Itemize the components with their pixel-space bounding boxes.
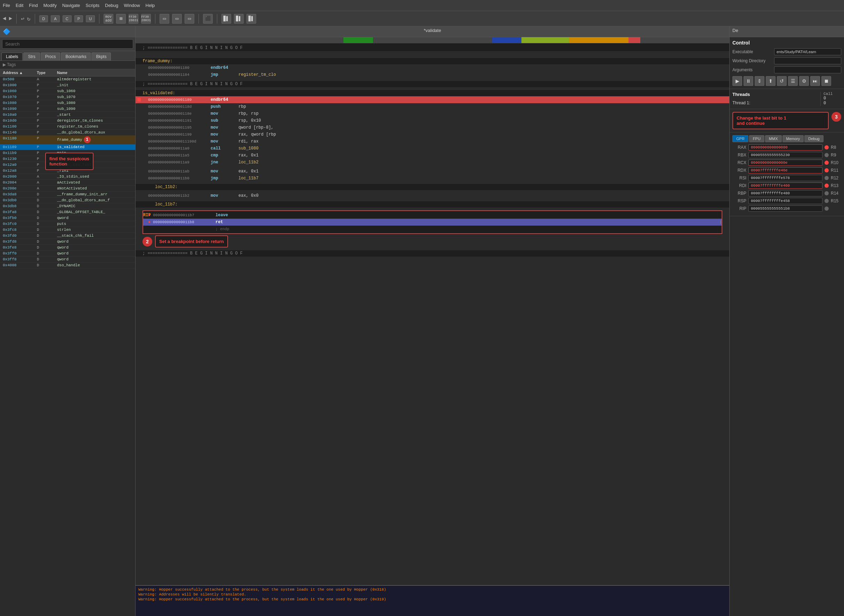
reg-rdx-val[interactable] — [749, 167, 822, 173]
disasm-line-1195[interactable]: 0000000000000001195 mov qword [rbp-8], — [136, 124, 729, 131]
tab-bookmarks[interactable]: Bookmarks — [61, 53, 91, 60]
reg-rbp-val[interactable] — [749, 190, 822, 197]
toolbar-a-btn[interactable]: A — [51, 15, 59, 22]
toolbar-c-btn[interactable]: C — [63, 15, 72, 22]
label-row[interactable]: 0x3fd0 D __stack_chk_fail — [0, 233, 135, 239]
label-row[interactable]: 0x10a0 P _start — [0, 112, 135, 118]
workdir-input[interactable] — [774, 57, 841, 64]
disasm-line-11b2[interactable]: 0000000000000011b2 mov eax, 0x0 — [136, 192, 729, 199]
disasm-line-11b8[interactable]: ● 0000000000000011b8 ret | — [143, 219, 722, 226]
label-row[interactable]: 0x3ff8 D qword — [0, 257, 135, 263]
label-row[interactable]: 0x1070 P sub_1070 — [0, 94, 135, 100]
ctrl-stop[interactable]: ⏹ — [821, 76, 831, 86]
label-row[interactable]: 0x3fc0 D puts — [0, 221, 135, 227]
reg-tab-gpr[interactable]: GPR — [733, 135, 749, 142]
label-row[interactable]: 0x3fc8 D strlen — [0, 227, 135, 233]
disasm-line-11b0[interactable]: 0000000000000011b0 jmp loc_11b7 — [136, 175, 729, 182]
menu-find[interactable]: Find — [29, 3, 38, 8]
toolbar-seg1-icon[interactable]: ▭ — [160, 14, 169, 23]
disasm-line-11b7[interactable]: RIP ● 0000000000000011b7 leave — [143, 212, 722, 219]
menu-navigate[interactable]: Navigate — [62, 3, 80, 8]
ctrl-restart[interactable]: ↺ — [777, 76, 787, 86]
label-row[interactable]: 0x3db8 D _DYNAMIC — [0, 203, 135, 209]
reg-rdi-val[interactable] — [749, 182, 822, 189]
label-row[interactable]: 0x1000 P _init — [0, 82, 135, 88]
toolbar-grid-icon[interactable]: ⊞ — [116, 14, 126, 23]
label-row[interactable]: 0x3ff0 D qword — [0, 251, 135, 257]
toolbar-p-btn[interactable]: P — [75, 15, 83, 22]
tab-strs[interactable]: Strs — [23, 53, 40, 60]
label-row[interactable]: 0x1060 P sub_1060 — [0, 88, 135, 94]
label-row[interactable]: 0x1090 P sub_1090 — [0, 106, 135, 112]
reg-tab-debug[interactable]: Debug — [804, 135, 823, 142]
menu-edit[interactable]: Edit — [16, 3, 23, 8]
menu-scripts[interactable]: Scripts — [85, 3, 100, 8]
disasm-line-1184[interactable]: 000000000000001184 jmp register_tm_clo — [136, 71, 729, 78]
reg-tab-memory[interactable]: Memory — [782, 135, 804, 142]
nav-forward-btn[interactable]: ► — [9, 16, 13, 22]
label-row[interactable]: 0x3fb0 D qword — [0, 215, 135, 221]
label-row[interactable]: 0x1189 P is_validated — [0, 144, 135, 150]
ctrl-step-over[interactable]: ⬆ — [766, 76, 775, 86]
label-row[interactable]: 0x2000 A _IO_stdin_used — [0, 174, 135, 180]
toolbar-seg2-icon[interactable]: ▭ — [172, 14, 182, 23]
disasm-area[interactable]: ; ================ B E G I N N I N G O F… — [136, 44, 729, 585]
disasm-line-118d[interactable]: 000000000000000118d push rbp — [136, 103, 729, 110]
toolbar-seg3-icon[interactable]: ▭ — [185, 14, 194, 23]
menu-debug[interactable]: Debug — [105, 3, 118, 8]
menu-modify[interactable]: Modify — [44, 3, 57, 8]
tab-procs[interactable]: Procs — [41, 53, 60, 60]
label-row[interactable]: 0x500 A altmderegistert — [0, 76, 135, 82]
disasm-line-119d[interactable]: 00000000000000011190d mov rdi, rax — [136, 138, 729, 145]
undo-btn[interactable]: ↩ — [21, 15, 24, 22]
executable-input[interactable] — [774, 48, 841, 55]
disasm-line-11a5[interactable]: 0000000000000011a5 cmp rax, 0x1 — [136, 152, 729, 159]
tags-row[interactable]: ▶ Tags — [0, 61, 135, 69]
ctrl-list[interactable]: ☰ — [788, 76, 798, 86]
label-row[interactable]: 0x3fa8 D _GLOBAL_OFFSET_TABLE_ — [0, 209, 135, 215]
reg-rsp-val[interactable] — [749, 198, 822, 204]
label-row[interactable]: 0x1100 P register_tm_clones — [0, 124, 135, 130]
toolbar-d-btn[interactable]: D — [39, 15, 48, 22]
disasm-line-11ab[interactable]: 0000000000000011ab mov eax, 0x1 — [136, 168, 729, 175]
label-row[interactable]: 0x1140 P __do_global_dtors_aux — [0, 130, 135, 136]
col-address[interactable]: Address ▲ — [3, 70, 34, 75]
label-row[interactable]: 0x1180 P frame_dummy1 — [0, 136, 135, 144]
toolbar-mov-icon[interactable]: movadd — [104, 14, 113, 23]
toolbar-layout3-icon[interactable]: ▊▌ — [246, 14, 256, 23]
col-name[interactable]: Name — [57, 70, 132, 75]
disasm-line-1199[interactable]: 0000000000000001199 mov rax, qword [rbp — [136, 131, 729, 138]
search-input[interactable] — [2, 39, 133, 49]
tab-labels[interactable]: Labels — [1, 53, 23, 60]
redo-btn[interactable]: ↻ — [27, 15, 31, 22]
reg-rax-val[interactable] — [749, 144, 822, 151]
menu-file[interactable]: File — [3, 3, 10, 8]
reg-rbx-val[interactable] — [749, 152, 822, 158]
label-row[interactable]: 0x1080 P sub_1080 — [0, 100, 135, 106]
label-row[interactable]: 0x4008 D dso_handle — [0, 263, 135, 268]
ctrl-pause[interactable]: ⏸ — [744, 76, 753, 86]
ctrl-play[interactable]: ▶ — [733, 76, 742, 86]
disasm-line-1189[interactable]: 0000000000000001189 endbr64 — [136, 96, 729, 103]
label-row[interactable]: 0x3da8 D __frame_dummy_init_arr — [0, 192, 135, 198]
toolbar-hex-icon[interactable]: FF3028031 — [129, 14, 138, 23]
reg-rcx-val[interactable] — [749, 160, 822, 166]
reg-rsi-val[interactable] — [749, 175, 822, 181]
disasm-line-11a0[interactable]: 0000000000000011a0 call sub_1080 — [136, 145, 729, 152]
label-row[interactable]: 0x3db0 D __do_global_dtors_aux_f — [0, 198, 135, 203]
toolbar-u-btn[interactable]: U — [86, 15, 95, 22]
toolbar-hex2-icon[interactable]: FF3028031 — [141, 14, 151, 23]
nav-back-btn[interactable]: ◄ — [3, 16, 6, 22]
ctrl-skip[interactable]: ⏭ — [810, 76, 820, 86]
reg-tab-fpu[interactable]: FPU — [749, 135, 764, 142]
menu-help[interactable]: Help — [146, 3, 155, 8]
toolbar-layout1-icon[interactable]: ▊▌ — [221, 14, 231, 23]
label-row[interactable]: 0x2004 A aActivated — [0, 180, 135, 186]
reg-rip-val[interactable] — [749, 205, 822, 212]
arguments-input[interactable] — [774, 66, 841, 73]
label-row[interactable]: 0x3fe8 D qword — [0, 245, 135, 251]
col-type[interactable]: Type — [37, 70, 54, 75]
label-row[interactable]: 0x200e A aNotActivated — [0, 186, 135, 192]
label-row[interactable]: 0x3fd8 D qword — [0, 239, 135, 245]
disasm-line-1191[interactable]: 0000000000000001191 sub rsp, 0x10 — [136, 117, 729, 124]
